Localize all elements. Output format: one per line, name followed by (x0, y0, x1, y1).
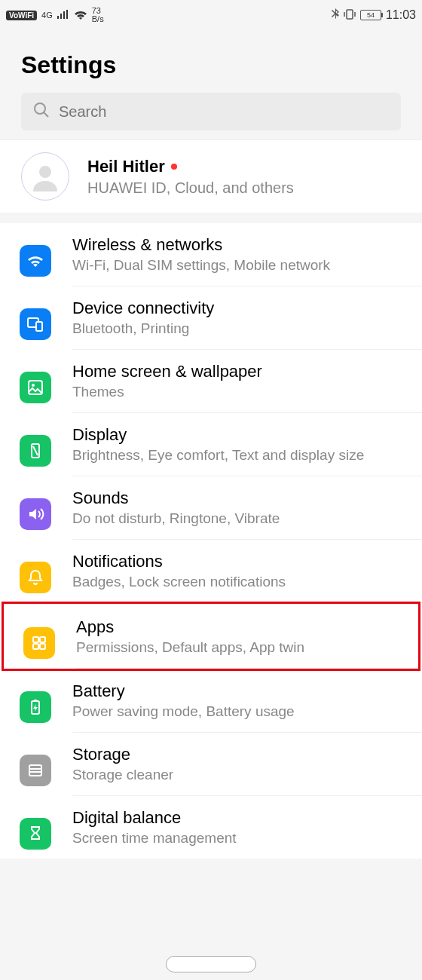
battery-icon (20, 691, 51, 723)
signal-icon (57, 9, 69, 21)
item-title: Device connectivity (72, 299, 407, 318)
item-title: Display (72, 425, 407, 445)
storage-icon (20, 755, 51, 786)
svg-point-2 (39, 166, 51, 178)
search-icon (33, 102, 50, 121)
wifi-icon (74, 9, 87, 22)
vibrate-icon (344, 8, 356, 23)
item-sub: Permissions, Default apps, App twin (76, 639, 403, 656)
wallpaper-icon (20, 372, 51, 403)
profile-sub: HUAWEI ID, Cloud, and others (87, 179, 294, 197)
profile-name: Heil Hitler (87, 157, 294, 176)
item-title: Notifications (72, 552, 407, 571)
search-container (0, 93, 422, 139)
svg-rect-13 (34, 700, 37, 701)
network-type: 4G (41, 11, 53, 20)
item-sub: Wi-Fi, Dual SIM settings, Mobile network (72, 257, 407, 274)
item-sub: Storage cleaner (72, 767, 407, 783)
wifi-icon (20, 245, 51, 277)
settings-item-wifi[interactable]: Wireless & networks Wi-Fi, Dual SIM sett… (0, 223, 422, 286)
item-title: Apps (76, 617, 403, 637)
svg-point-6 (32, 384, 35, 387)
item-sub: Do not disturb, Ringtone, Vibrate (72, 510, 407, 527)
bluetooth-icon (332, 8, 339, 23)
profile-row[interactable]: Heil Hitler HUAWEI ID, Cloud, and others (0, 139, 422, 213)
data-speed: 73 B/s (92, 7, 104, 23)
item-title: Wireless & networks (72, 235, 407, 255)
status-bar: VoWiFi 4G 73 B/s 54 11:03 (0, 0, 422, 30)
settings-item-sound[interactable]: Sounds Do not disturb, Ringtone, Vibrate (0, 476, 422, 540)
svg-rect-14 (29, 765, 41, 776)
apps-icon (23, 627, 55, 659)
nav-pill[interactable] (166, 956, 256, 972)
section-gap (0, 213, 422, 223)
page-header: Settings (0, 30, 422, 93)
battery-icon: 54 (360, 10, 381, 20)
hourglass-icon (20, 818, 51, 850)
svg-rect-11 (40, 644, 45, 649)
settings-item-device[interactable]: Device connectivity Bluetooth, Printing (0, 286, 422, 350)
settings-item-display[interactable]: Display Brightness, Eye comfort, Text an… (0, 413, 422, 476)
svg-point-1 (35, 103, 45, 114)
vowifi-badge: VoWiFi (6, 11, 37, 20)
item-title: Battery (72, 681, 407, 701)
item-title: Digital balance (72, 808, 407, 828)
settings-item-bell[interactable]: Notifications Badges, Lock screen notifi… (0, 540, 422, 603)
sound-icon (20, 498, 51, 530)
item-title: Storage (72, 745, 407, 764)
item-sub: Bluetooth, Printing (72, 320, 407, 337)
clock: 11:03 (386, 8, 416, 22)
settings-item-wallpaper[interactable]: Home screen & wallpaper Themes (0, 350, 422, 413)
device-icon (20, 308, 51, 340)
item-sub: Screen time management (72, 830, 407, 847)
settings-item-storage[interactable]: Storage Storage cleaner (0, 733, 422, 796)
bell-icon (20, 562, 51, 593)
page-title: Settings (21, 51, 401, 79)
svg-rect-8 (33, 637, 38, 642)
item-title: Sounds (72, 488, 407, 508)
notification-dot (171, 164, 177, 170)
settings-item-hourglass[interactable]: Digital balance Screen time management (0, 796, 422, 859)
search-bar[interactable] (21, 93, 401, 130)
svg-rect-0 (347, 10, 353, 19)
svg-rect-4 (36, 322, 42, 331)
item-sub: Badges, Lock screen notifications (72, 574, 407, 590)
item-sub: Power saving mode, Battery usage (72, 703, 407, 720)
search-input[interactable] (59, 103, 389, 121)
display-icon (20, 435, 51, 467)
settings-list: Wireless & networks Wi-Fi, Dual SIM sett… (0, 223, 422, 859)
settings-item-apps[interactable]: Apps Permissions, Default apps, App twin (2, 602, 420, 671)
avatar (21, 152, 69, 201)
settings-item-battery[interactable]: Battery Power saving mode, Battery usage (0, 669, 422, 733)
item-title: Home screen & wallpaper (72, 362, 407, 381)
svg-rect-9 (40, 637, 45, 642)
svg-rect-10 (33, 644, 38, 649)
item-sub: Themes (72, 384, 407, 400)
item-sub: Brightness, Eye comfort, Text and displa… (72, 447, 407, 464)
